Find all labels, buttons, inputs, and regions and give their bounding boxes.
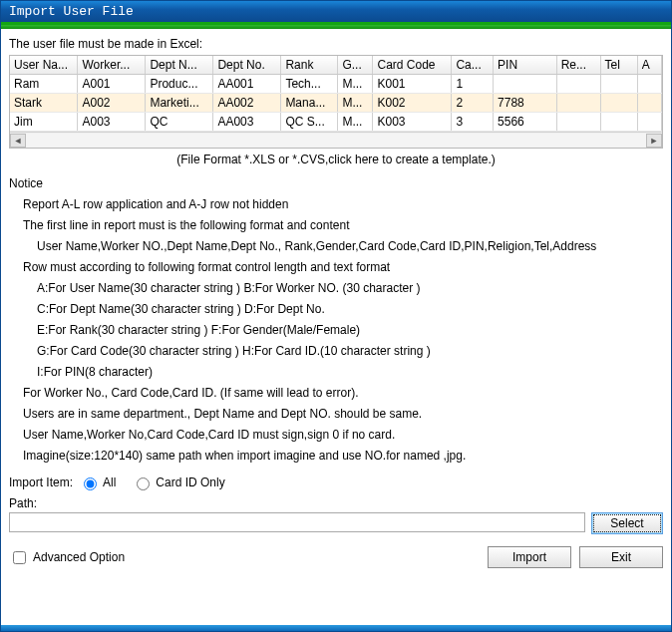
column-header[interactable]: Ca... [452, 56, 494, 75]
table-cell: AA002 [213, 94, 281, 113]
column-header[interactable]: Dept No. [213, 56, 281, 75]
table-cell: M... [338, 94, 373, 113]
select-button[interactable]: Select [591, 512, 663, 534]
table-cell: M... [338, 75, 373, 94]
advanced-label: Advanced Option [33, 550, 125, 564]
table-cell: K002 [373, 94, 452, 113]
table-cell [556, 94, 600, 113]
table-row[interactable]: StarkA002Marketi...AA002Mana...M...K0022… [10, 94, 662, 113]
notice-line: E:For Rank(30 character string ) F:For G… [9, 320, 663, 341]
column-header[interactable]: A [637, 56, 661, 75]
table-row[interactable]: RamA001Produc...AA001Tech...M...K0011 [10, 75, 662, 94]
table-cell [637, 75, 661, 94]
table-cell: AA001 [213, 75, 281, 94]
notice-line: Users are in same department., Dept Name… [9, 404, 663, 425]
instruction-text: The user file must be made in Excel: [9, 37, 663, 51]
column-header[interactable]: PIN [494, 56, 557, 75]
table-cell: 1 [452, 75, 494, 94]
template-link[interactable]: (File Format *.XLS or *.CVS,click here t… [9, 153, 663, 166]
table-cell: QC [146, 113, 213, 132]
import-item-row: Import Item: All Card ID Only [9, 474, 663, 490]
table-cell: 7788 [494, 94, 557, 113]
table-cell: Stark [10, 94, 78, 113]
table-cell [556, 113, 600, 132]
table-cell: Tech... [281, 75, 338, 94]
table-cell [494, 75, 557, 94]
notice-line: User Name,Worker NO.,Dept Name,Dept No.,… [9, 236, 663, 257]
notice-line: I:For PIN(8 character) [9, 362, 663, 383]
notice-line: C:For Dept Name(30 character string ) D:… [9, 299, 663, 320]
titlebar: Import User File [1, 1, 671, 25]
import-button[interactable]: Import [488, 546, 571, 568]
notice-heading: Notice [9, 176, 663, 190]
user-grid[interactable]: User Na...Worker...Dept N...Dept No.Rank… [9, 55, 663, 149]
import-user-file-window: Import User File The user file must be m… [0, 0, 672, 632]
column-header[interactable]: Re... [556, 56, 600, 75]
scroll-right-arrow[interactable]: ► [646, 134, 662, 148]
radio-all-label: All [103, 475, 116, 489]
table-cell: K001 [373, 75, 452, 94]
table-cell [637, 113, 661, 132]
bottom-row: Advanced Option Import Exit [9, 546, 663, 568]
table-cell [600, 113, 637, 132]
table-cell [600, 94, 637, 113]
table-cell: AA003 [213, 113, 281, 132]
column-header[interactable]: Worker... [78, 56, 146, 75]
column-header[interactable]: User Na... [10, 56, 78, 75]
notice-line: For Worker No., Card Code,Card ID. (If s… [9, 383, 663, 404]
advanced-checkbox[interactable] [13, 551, 26, 564]
table-cell: Marketi... [146, 94, 213, 113]
table-row[interactable]: JimA003QCAA003QC S...M...K00335566 [10, 113, 662, 132]
notice-line: User Name,Worker No,Card Code,Card ID mu… [9, 425, 663, 446]
import-item-all[interactable]: All [79, 474, 116, 490]
notice-line: The first line in report must is the fol… [9, 215, 663, 236]
grid-horizontal-scrollbar[interactable]: ◄ ► [10, 132, 662, 148]
window-title: Import User File [9, 4, 134, 19]
column-header[interactable]: G... [338, 56, 373, 75]
scroll-track[interactable] [26, 134, 646, 148]
table-cell [556, 75, 600, 94]
table-cell: Ram [10, 75, 78, 94]
column-header[interactable]: Rank [281, 56, 338, 75]
import-item-label: Import Item: [9, 475, 73, 489]
path-row: Path: Select [9, 496, 663, 534]
table-cell: A002 [78, 94, 146, 113]
exit-button[interactable]: Exit [579, 546, 663, 568]
table-cell [600, 75, 637, 94]
column-header[interactable]: Tel [600, 56, 637, 75]
advanced-option[interactable]: Advanced Option [9, 548, 125, 567]
notice-line: Row must according to following format c… [9, 257, 663, 278]
scroll-left-arrow[interactable]: ◄ [10, 134, 26, 148]
table-cell: 3 [452, 113, 494, 132]
notice-line: A:For User Name(30 character string ) B:… [9, 278, 663, 299]
table-cell: A001 [78, 75, 146, 94]
footer-strip [1, 625, 671, 631]
notice-line: Report A-L row application and A-J row n… [9, 194, 663, 215]
table-cell [637, 94, 661, 113]
notice-line: G:For Card Code(30 character string ) H:… [9, 341, 663, 362]
radio-cardid[interactable] [137, 477, 150, 490]
table-cell: Produc... [146, 75, 213, 94]
table-cell: 2 [452, 94, 494, 113]
table-cell: A003 [78, 113, 146, 132]
table-cell: K003 [373, 113, 452, 132]
content-area: The user file must be made in Excel: Use… [1, 29, 671, 625]
notice-line: Imagine(size:120*140) same path when imp… [9, 446, 663, 467]
table-cell: M... [338, 113, 373, 132]
table-cell: QC S... [281, 113, 338, 132]
radio-all[interactable] [84, 477, 97, 490]
path-label: Path: [9, 496, 663, 510]
path-input[interactable] [9, 512, 585, 532]
column-header[interactable]: Dept N... [146, 56, 213, 75]
notice-body: Report A-L row application and A-J row n… [9, 194, 663, 467]
table-cell: 5566 [494, 113, 557, 132]
radio-cardid-label: Card ID Only [156, 475, 224, 489]
table-cell: Jim [10, 113, 78, 132]
column-header[interactable]: Card Code [373, 56, 452, 75]
table-cell: Mana... [281, 94, 338, 113]
import-item-cardid[interactable]: Card ID Only [132, 474, 224, 490]
